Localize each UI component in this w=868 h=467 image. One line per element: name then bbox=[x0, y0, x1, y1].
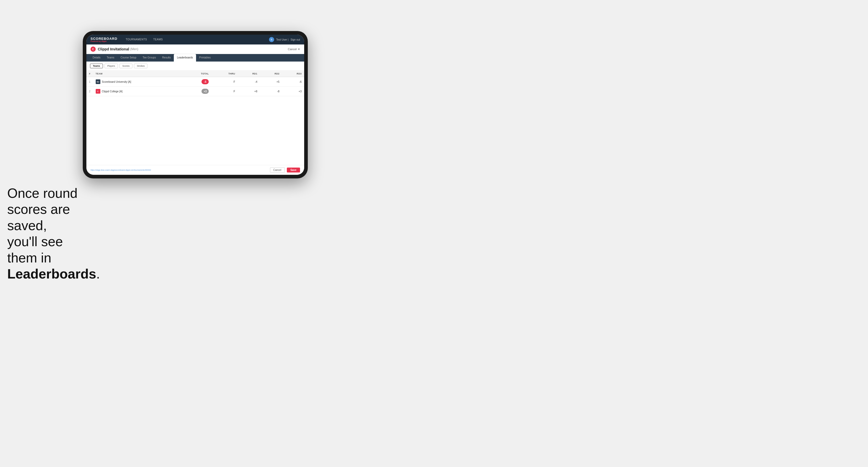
navbar: SCOREBOARD Powered by clippd TOURNAMENTS… bbox=[86, 35, 304, 44]
filter-scores[interactable]: Scores bbox=[120, 64, 132, 68]
rd1-1: -4 bbox=[238, 77, 260, 87]
team-name-1: Scoreboard University [A] bbox=[102, 81, 131, 83]
nav-tournaments[interactable]: TOURNAMENTS bbox=[123, 35, 150, 44]
thru-1: F bbox=[211, 77, 238, 87]
rd1-2: +8 bbox=[238, 87, 260, 96]
avatar: S bbox=[269, 37, 274, 42]
leaderboard-table-container: # TEAM TOTAL THRU RD1 RD2 RD3 1 bbox=[86, 71, 304, 165]
tab-tee-groups[interactable]: Tee Groups bbox=[140, 54, 159, 62]
nav-teams[interactable]: TEAMS bbox=[150, 35, 166, 44]
logo-text: SCOREBOARD bbox=[91, 37, 117, 40]
tab-bar: Details Teams Course Setup Tee Groups Re… bbox=[86, 54, 304, 62]
team-cell-2: C Clippd College [A] bbox=[93, 87, 183, 96]
intro-line2: scores are bbox=[7, 202, 70, 217]
intro-line5-suffix: . bbox=[96, 266, 100, 281]
intro-line3: saved, you'll see bbox=[7, 218, 63, 249]
nav-right: S Test User | Sign out bbox=[269, 37, 300, 42]
col-thru: THRU bbox=[211, 71, 238, 77]
rd2-2: -8 bbox=[260, 87, 282, 96]
thru-2: F bbox=[211, 87, 238, 96]
score-badge-2: +3 bbox=[202, 89, 209, 94]
filter-bar: Teams Players Scores Strokes bbox=[86, 62, 304, 71]
table-row: 2 C Clippd College [A] +3 F bbox=[86, 87, 304, 96]
cancel-button-top[interactable]: Cancel ✕ bbox=[288, 48, 300, 51]
col-rd2: RD2 bbox=[260, 71, 282, 77]
rd3-2: +3 bbox=[282, 87, 304, 96]
intro-line4: them in bbox=[7, 250, 52, 265]
team-logo-2: C bbox=[96, 89, 100, 94]
tab-results[interactable]: Results bbox=[159, 54, 174, 62]
table-body: 1 SU Scoreboard University [A] -5 F bbox=[86, 77, 304, 96]
col-team: TEAM bbox=[93, 71, 183, 77]
tab-leaderboards[interactable]: Leaderboards bbox=[174, 54, 196, 62]
footer-url: https://stage-blue-coach.stagesscoreboar… bbox=[91, 169, 151, 171]
score-badge-1: -5 bbox=[202, 79, 209, 84]
intro-line5-bold: Leaderboards bbox=[7, 266, 96, 281]
col-rd1: RD1 bbox=[238, 71, 260, 77]
total-1: -5 bbox=[183, 77, 212, 87]
cancel-button-footer[interactable]: Cancel bbox=[270, 167, 285, 173]
col-rd3: RD3 bbox=[282, 71, 304, 77]
filter-teams[interactable]: Teams bbox=[90, 64, 103, 68]
tournament-title: Clippd Invitational bbox=[98, 47, 129, 51]
team-name-2: Clippd College [A] bbox=[102, 90, 123, 93]
team-logo-1: SU bbox=[96, 80, 100, 84]
leaderboard-table: # TEAM TOTAL THRU RD1 RD2 RD3 1 bbox=[86, 71, 304, 96]
tab-details[interactable]: Details bbox=[90, 54, 104, 62]
tab-printables[interactable]: Printables bbox=[196, 54, 214, 62]
intro-text: Once round scores are saved, you'll see … bbox=[7, 185, 80, 282]
leaderboard-content: Teams Players Scores Strokes # TEAM TOTA… bbox=[86, 62, 304, 175]
col-total: TOTAL bbox=[183, 71, 212, 77]
filter-players[interactable]: Players bbox=[104, 64, 118, 68]
tournament-subtitle: (Men) bbox=[130, 47, 138, 51]
tablet-device: SCOREBOARD Powered by clippd TOURNAMENTS… bbox=[83, 31, 308, 179]
tablet-screen: SCOREBOARD Powered by clippd TOURNAMENTS… bbox=[86, 35, 304, 175]
rank-2: 2 bbox=[86, 87, 93, 96]
nav-links: TOURNAMENTS TEAMS bbox=[123, 35, 269, 44]
table-row: 1 SU Scoreboard University [A] -5 F bbox=[86, 77, 304, 87]
table-header: # TEAM TOTAL THRU RD1 RD2 RD3 bbox=[86, 71, 304, 77]
total-2: +3 bbox=[183, 87, 212, 96]
rd3-1: -6 bbox=[282, 77, 304, 87]
rd2-1: +5 bbox=[260, 77, 282, 87]
save-button[interactable]: Save bbox=[287, 167, 300, 173]
team-cell-1: SU Scoreboard University [A] bbox=[93, 77, 183, 87]
powered-by: Powered by clippd bbox=[91, 40, 117, 42]
user-name: Test User | bbox=[276, 38, 289, 41]
rank-1: 1 bbox=[86, 77, 93, 87]
filter-strokes[interactable]: Strokes bbox=[134, 64, 148, 68]
tab-course-setup[interactable]: Course Setup bbox=[117, 54, 140, 62]
sign-out-link[interactable]: Sign out bbox=[290, 38, 300, 41]
sub-header: C Clippd Invitational (Men) Cancel ✕ bbox=[86, 44, 304, 54]
col-rank: # bbox=[86, 71, 93, 77]
intro-line1: Once round bbox=[7, 186, 78, 201]
footer: https://stage-blue-coach.stagesscoreboar… bbox=[86, 165, 304, 175]
tournament-icon: C bbox=[91, 46, 96, 52]
logo-area: SCOREBOARD Powered by clippd bbox=[91, 37, 117, 42]
tab-teams[interactable]: Teams bbox=[104, 54, 117, 62]
